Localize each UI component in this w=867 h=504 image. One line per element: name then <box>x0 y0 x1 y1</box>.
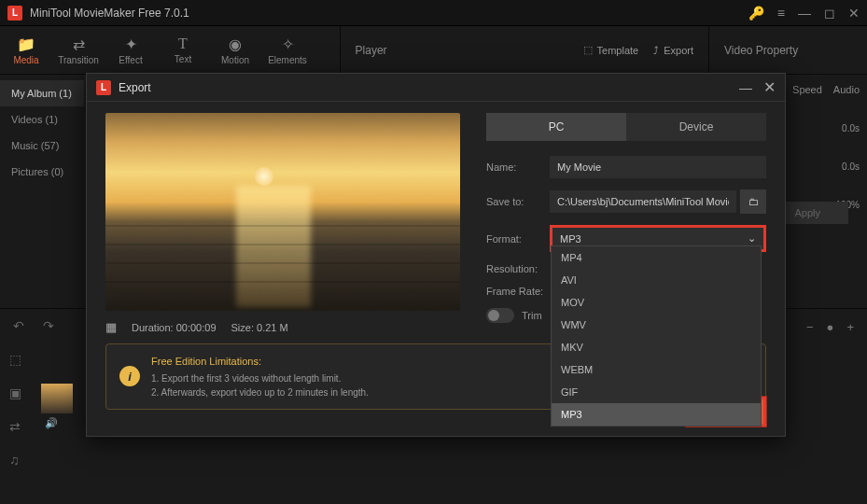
name-input[interactable] <box>550 156 766 178</box>
undo-icon[interactable]: ↶ <box>13 318 24 333</box>
tool-effect[interactable]: ✦ Effect <box>105 26 157 74</box>
name-label: Name: <box>486 161 550 173</box>
prop-value-2: 0.0s <box>842 161 860 172</box>
tool-text[interactable]: T Text <box>157 26 209 74</box>
resolution-label: Resolution: <box>486 263 550 274</box>
clip-audio-icon: 🔊 <box>45 417 58 429</box>
tool-media[interactable]: 📁 Media <box>0 26 52 74</box>
player-label: Player <box>356 44 387 57</box>
chevron-down-icon: ⌄ <box>748 232 756 245</box>
tab-audio[interactable]: Audio <box>833 84 860 95</box>
trim-label: Trim <box>522 310 542 321</box>
size-text: Size: 0.21 M <box>231 322 288 333</box>
browse-button[interactable]: 🗀 <box>740 189 766 214</box>
format-option-mov[interactable]: MOV <box>552 291 761 314</box>
format-option-gif[interactable]: GIF <box>552 381 761 403</box>
folder-open-icon: 🗀 <box>748 196 759 207</box>
dialog-title: Export <box>119 81 739 94</box>
close-icon[interactable]: ✕ <box>848 6 860 21</box>
maximize-icon[interactable]: ◻ <box>824 6 835 21</box>
video-property-label: Video Property <box>708 26 867 74</box>
template-button[interactable]: ⬚Template <box>583 44 639 56</box>
layer-icon[interactable]: ⬚ <box>9 352 21 367</box>
main-toolbar: 📁 Media ⇄ Transition ✦ Effect T Text ◉ M… <box>0 26 867 75</box>
dialog-minimize-icon[interactable]: — <box>739 80 752 95</box>
audio-track-icon[interactable]: ♫ <box>9 453 21 468</box>
menu-icon[interactable]: ≡ <box>777 6 785 21</box>
format-label: Format: <box>486 233 550 245</box>
export-tab-pc[interactable]: PC <box>486 113 626 141</box>
dialog-logo-icon: L <box>96 80 111 95</box>
tool-motion[interactable]: ◉ Motion <box>209 26 261 74</box>
framerate-label: Frame Rate: <box>486 286 550 297</box>
folder-icon: 📁 <box>17 35 35 53</box>
trim-toggle[interactable] <box>486 308 514 323</box>
redo-icon[interactable]: ↷ <box>43 318 54 333</box>
format-option-mp4[interactable]: MP4 <box>552 246 761 269</box>
property-panel: Speed Audio 0.0s 0.0s 100% <box>783 75 867 219</box>
info-icon: i <box>119 366 140 386</box>
export-icon: ⤴ <box>653 45 659 56</box>
dialog-close-icon[interactable]: ✕ <box>763 78 776 96</box>
format-option-mp3[interactable]: MP3 <box>552 403 761 426</box>
tool-elements[interactable]: ✧ Elements <box>261 26 314 74</box>
motion-icon: ◉ <box>229 35 242 53</box>
zoom-slider-dot[interactable]: ● <box>827 320 834 334</box>
sidebar-item-pictures[interactable]: Pictures (0) <box>0 159 84 185</box>
prop-value-1: 0.0s <box>842 123 860 133</box>
sidebar-item-music[interactable]: Music (57) <box>0 133 84 159</box>
effect-icon: ✦ <box>125 35 137 53</box>
minimize-icon[interactable]: — <box>798 6 811 21</box>
format-dropdown-list: MP4 AVI MOV WMV MKV WEBM GIF MP3 <box>551 245 762 427</box>
video-track-icon[interactable]: ▣ <box>9 385 21 400</box>
template-icon: ⬚ <box>583 44 593 56</box>
duration-text: Duration: 00:00:09 <box>132 322 217 333</box>
format-option-avi[interactable]: AVI <box>552 269 761 291</box>
toolbar-export-button[interactable]: ⤴Export <box>653 45 693 56</box>
timeline-clip[interactable] <box>41 384 73 413</box>
swap-icon[interactable]: ⇄ <box>9 419 21 434</box>
app-logo-icon: L <box>7 6 22 21</box>
format-value: MP3 <box>560 233 581 245</box>
app-title: MiniTool MovieMaker Free 7.0.1 <box>30 7 748 20</box>
export-tab-device[interactable]: Device <box>626 113 766 141</box>
tool-transition[interactable]: ⇄ Transition <box>52 26 105 74</box>
saveto-input[interactable] <box>550 190 736 213</box>
format-option-wmv[interactable]: WMV <box>552 314 761 336</box>
film-icon: ▦ <box>105 320 117 334</box>
saveto-label: Save to: <box>486 196 550 207</box>
zoom-out-icon[interactable]: − <box>806 320 814 334</box>
tab-speed[interactable]: Speed <box>792 84 822 95</box>
transition-icon: ⇄ <box>73 35 85 53</box>
text-icon: T <box>178 35 188 52</box>
elements-icon: ✧ <box>282 35 294 53</box>
format-option-webm[interactable]: WEBM <box>552 358 761 381</box>
key-icon[interactable]: 🔑 <box>748 6 764 21</box>
zoom-in-icon[interactable]: + <box>846 320 854 334</box>
export-dialog: L Export — ✕ ▦ Duration: 00:00:09 Size: … <box>86 73 786 437</box>
sidebar-item-myalbum[interactable]: My Album (1) <box>0 80 84 106</box>
preview-thumbnail <box>105 113 460 311</box>
format-option-mkv[interactable]: MKV <box>552 336 761 358</box>
sidebar-item-videos[interactable]: Videos (1) <box>0 106 84 133</box>
title-bar: L MiniTool MovieMaker Free 7.0.1 🔑 ≡ — ◻… <box>0 0 867 26</box>
